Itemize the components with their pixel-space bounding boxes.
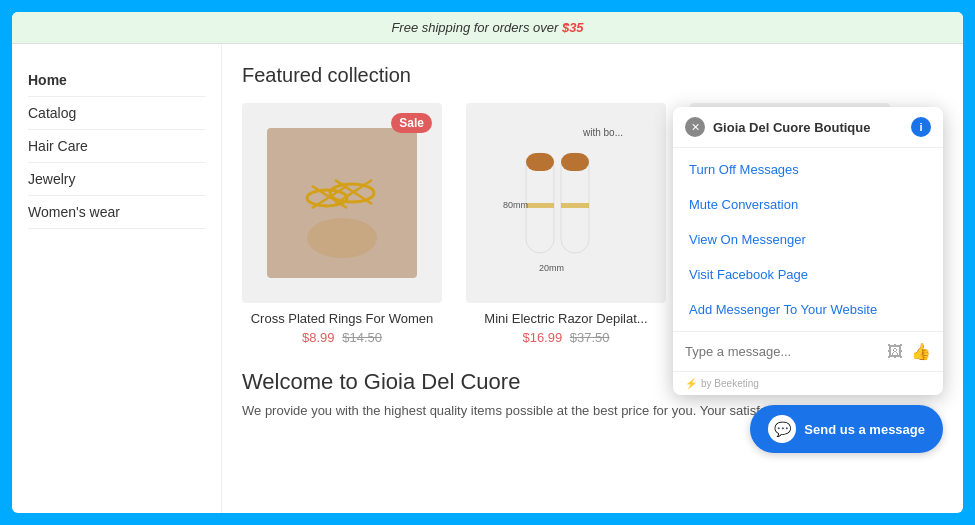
product-name-razor: Mini Electric Razor Depilat... (466, 311, 666, 326)
chat-menu-visit-facebook[interactable]: Visit Facebook Page (673, 257, 943, 292)
chat-footer-text: by Beeketing (701, 378, 759, 389)
product-card-razor: with bo... (466, 103, 666, 345)
sidebar-item-catalog[interactable]: Catalog (28, 97, 205, 130)
section-title: Featured collection (242, 64, 943, 87)
chat-info-button[interactable]: i (911, 117, 931, 137)
sale-badge-ring: Sale (391, 113, 432, 133)
chat-footer: ⚡ by Beeketing (673, 371, 943, 395)
sidebar-item-haircare[interactable]: Hair Care (28, 130, 205, 163)
chat-menu-mute[interactable]: Mute Conversation (673, 187, 943, 222)
chat-popup: ✕ Gioia Del Cuore Boutique i Turn Off Me… (673, 107, 943, 395)
chat-like-icon[interactable]: 👍 (911, 342, 931, 361)
price-new-ring: $8.99 (302, 330, 335, 345)
chat-message-input[interactable] (685, 344, 879, 359)
beeketing-logo: ⚡ (685, 378, 697, 389)
price-old-ring: $14.50 (342, 330, 382, 345)
svg-rect-12 (526, 203, 554, 208)
svg-rect-11 (561, 153, 589, 171)
banner-price: $35 (562, 20, 584, 35)
product-image-ring[interactable]: Sale (242, 103, 442, 303)
product-prices-razor: $16.99 $37.50 (466, 330, 666, 345)
svg-text:80mm: 80mm (503, 200, 528, 210)
svg-rect-9 (526, 153, 554, 171)
chat-menu-turn-off[interactable]: Turn Off Messages (673, 152, 943, 187)
product-image-razor[interactable]: with bo... (466, 103, 666, 303)
chat-header: ✕ Gioia Del Cuore Boutique i (673, 107, 943, 148)
price-old-razor: $37.50 (570, 330, 610, 345)
price-new-razor: $16.99 (522, 330, 562, 345)
chat-input-area: 🖼 👍 (673, 331, 943, 371)
sidebar-nav: Home Catalog Hair Care Jewelry Women's w… (28, 64, 205, 229)
sidebar: Home Catalog Hair Care Jewelry Women's w… (12, 44, 222, 513)
ring-illustration (267, 128, 417, 278)
product-prices-ring: $8.99 $14.50 (242, 330, 442, 345)
sidebar-item-home[interactable]: Home (28, 64, 205, 97)
svg-point-7 (307, 218, 377, 258)
send-button-label: Send us a message (804, 422, 925, 437)
shipping-banner: Free shipping for orders over $35 (12, 12, 963, 44)
chat-menu-add-messenger[interactable]: Add Messenger To Your Website (673, 292, 943, 327)
razor-illustration: with bo... (501, 123, 631, 283)
svg-text:20mm: 20mm (539, 263, 564, 273)
send-message-button[interactable]: 💬 Send us a message (750, 405, 943, 453)
chat-menu-view-messenger[interactable]: View On Messenger (673, 222, 943, 257)
chat-title: Gioia Del Cuore Boutique (713, 120, 903, 135)
sidebar-item-jewelry[interactable]: Jewelry (28, 163, 205, 196)
sidebar-item-womenswear[interactable]: Women's wear (28, 196, 205, 229)
send-icon-circle: 💬 (768, 415, 796, 443)
chat-close-button[interactable]: ✕ (685, 117, 705, 137)
chat-image-icon[interactable]: 🖼 (887, 343, 903, 361)
banner-text: Free shipping for orders over (391, 20, 562, 35)
razor-svg: 80mm 20mm (501, 123, 631, 283)
product-name-ring: Cross Plated Rings For Women (242, 311, 442, 326)
chat-menu: Turn Off Messages Mute Conversation View… (673, 148, 943, 331)
main-content: Featured collection Sale (222, 44, 963, 513)
product-card-ring: Sale (242, 103, 442, 345)
chat-overlay: ✕ Gioia Del Cuore Boutique i Turn Off Me… (673, 107, 943, 453)
svg-rect-13 (561, 203, 589, 208)
razor-label-withbox: with bo... (583, 127, 623, 138)
send-chat-icon: 💬 (774, 421, 791, 437)
